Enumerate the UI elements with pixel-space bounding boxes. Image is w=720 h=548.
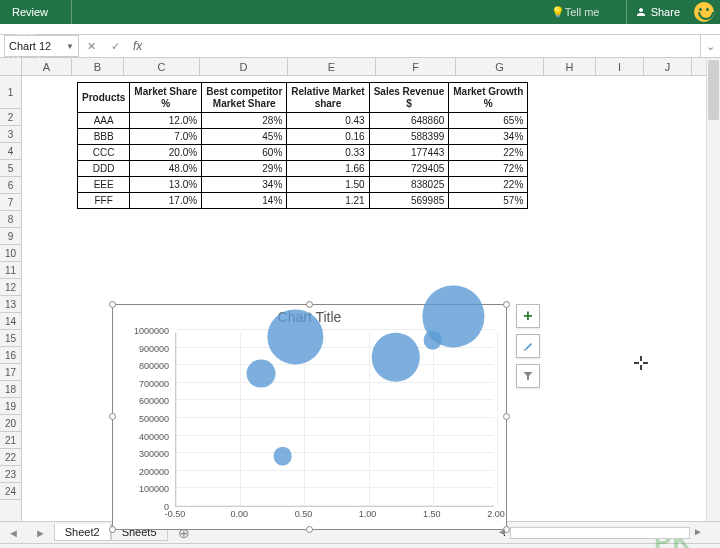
row-header[interactable]: 2 — [0, 109, 21, 126]
table-cell[interactable]: 65% — [449, 113, 528, 129]
bubble-point[interactable] — [423, 330, 442, 349]
row-header[interactable]: 7 — [0, 194, 21, 211]
table-cell[interactable]: 7.0% — [130, 129, 202, 145]
row-header[interactable]: 13 — [0, 296, 21, 313]
table-row[interactable]: FFF17.0%14%1.2156998557% — [78, 193, 528, 209]
row-header[interactable]: 8 — [0, 211, 21, 228]
data-table[interactable]: ProductsMarket Share%Best competitorMark… — [77, 82, 528, 209]
table-header[interactable]: Products — [78, 83, 130, 113]
col-header[interactable]: F — [376, 58, 456, 75]
table-cell[interactable]: 0.16 — [287, 129, 369, 145]
row-header[interactable]: 4 — [0, 143, 21, 160]
row-headers[interactable]: 123456789101112131415161718192021222324 — [0, 76, 22, 521]
table-cell[interactable]: BBB — [78, 129, 130, 145]
accept-formula-icon[interactable]: ✓ — [103, 40, 127, 53]
tell-me[interactable]: 💡 — [545, 0, 627, 24]
table-cell[interactable]: 45% — [202, 129, 287, 145]
col-header[interactable]: A — [22, 58, 72, 75]
row-header[interactable]: 10 — [0, 245, 21, 262]
table-header[interactable]: Market Growth% — [449, 83, 528, 113]
table-cell[interactable]: 0.43 — [287, 113, 369, 129]
expand-formula-bar-icon[interactable]: ⌄ — [700, 35, 720, 57]
row-header[interactable]: 1 — [0, 76, 21, 109]
bubble-point[interactable] — [371, 333, 419, 381]
resize-handle[interactable] — [109, 526, 116, 533]
table-row[interactable]: BBB7.0%45%0.1658839934% — [78, 129, 528, 145]
col-header[interactable]: I — [596, 58, 644, 75]
table-cell[interactable]: 14% — [202, 193, 287, 209]
col-header[interactable]: B — [72, 58, 124, 75]
col-header[interactable]: C — [124, 58, 200, 75]
table-cell[interactable]: 177443 — [369, 145, 449, 161]
row-header[interactable]: 21 — [0, 432, 21, 449]
table-row[interactable]: CCC20.0%60%0.3317744322% — [78, 145, 528, 161]
table-cell[interactable]: 34% — [202, 177, 287, 193]
chevron-down-icon[interactable]: ▼ — [66, 42, 74, 51]
table-header[interactable]: Sales Revenue$ — [369, 83, 449, 113]
table-cell[interactable]: CCC — [78, 145, 130, 161]
table-cell[interactable]: AAA — [78, 113, 130, 129]
chart[interactable]: Chart Title 0100000200000300000400000500… — [112, 304, 507, 530]
table-cell[interactable]: 17.0% — [130, 193, 202, 209]
table-cell[interactable]: 28% — [202, 113, 287, 129]
resize-handle[interactable] — [306, 526, 313, 533]
tell-me-input[interactable] — [565, 6, 620, 18]
row-header[interactable]: 19 — [0, 398, 21, 415]
table-cell[interactable]: 48.0% — [130, 161, 202, 177]
table-header[interactable]: Best competitorMarket Share — [202, 83, 287, 113]
table-cell[interactable]: 838025 — [369, 177, 449, 193]
table-cell[interactable]: 22% — [449, 145, 528, 161]
table-cell[interactable]: 569985 — [369, 193, 449, 209]
col-header[interactable]: G — [456, 58, 544, 75]
select-all-corner[interactable] — [0, 58, 22, 76]
row-header[interactable]: 3 — [0, 126, 21, 143]
scroll-thumb[interactable] — [708, 60, 719, 120]
row-header[interactable]: 11 — [0, 262, 21, 279]
table-cell[interactable]: 13.0% — [130, 177, 202, 193]
table-header[interactable]: Relative Marketshare — [287, 83, 369, 113]
table-cell[interactable]: 648860 — [369, 113, 449, 129]
row-header[interactable]: 16 — [0, 347, 21, 364]
fx-icon[interactable]: fx — [127, 39, 148, 53]
bubble-point[interactable] — [273, 447, 292, 466]
sheet-tab-active[interactable]: Sheet2 — [54, 524, 111, 541]
row-header[interactable]: 14 — [0, 313, 21, 330]
worksheet-grid[interactable]: ABCDEFGHIJ 12345678910111213141516171819… — [0, 58, 720, 521]
table-header[interactable]: Market Share% — [130, 83, 202, 113]
share-button[interactable]: Share — [627, 6, 688, 18]
table-cell[interactable]: 1.21 — [287, 193, 369, 209]
table-cell[interactable]: 29% — [202, 161, 287, 177]
table-cell[interactable]: 588399 — [369, 129, 449, 145]
col-header[interactable]: E — [288, 58, 376, 75]
feedback-smile-icon[interactable] — [694, 2, 714, 22]
table-cell[interactable]: EEE — [78, 177, 130, 193]
table-cell[interactable]: 1.66 — [287, 161, 369, 177]
resize-handle[interactable] — [109, 301, 116, 308]
row-header[interactable]: 20 — [0, 415, 21, 432]
table-cell[interactable]: 20.0% — [130, 145, 202, 161]
row-header[interactable]: 23 — [0, 466, 21, 483]
horizontal-scrollbar[interactable] — [510, 527, 690, 539]
sheet-nav-next-icon[interactable]: ► — [27, 527, 54, 539]
table-cell[interactable]: 34% — [449, 129, 528, 145]
table-cell[interactable]: 12.0% — [130, 113, 202, 129]
chart-elements-button[interactable]: + — [516, 304, 540, 328]
resize-handle[interactable] — [306, 301, 313, 308]
col-header[interactable]: H — [544, 58, 596, 75]
row-header[interactable]: 6 — [0, 177, 21, 194]
row-header[interactable]: 18 — [0, 381, 21, 398]
col-header[interactable]: J — [644, 58, 692, 75]
formula-input[interactable] — [148, 36, 700, 56]
ribbon-tab-review[interactable]: Review — [6, 0, 72, 24]
vertical-scrollbar[interactable] — [706, 58, 720, 521]
plot-area[interactable] — [175, 333, 494, 507]
bubble-point[interactable] — [268, 309, 323, 364]
chart-styles-button[interactable] — [516, 334, 540, 358]
row-header[interactable]: 17 — [0, 364, 21, 381]
chart-filter-button[interactable] — [516, 364, 540, 388]
table-row[interactable]: EEE13.0%34%1.5083802522% — [78, 177, 528, 193]
row-header[interactable]: 12 — [0, 279, 21, 296]
row-header[interactable]: 9 — [0, 228, 21, 245]
cancel-formula-icon[interactable]: ✕ — [79, 40, 103, 53]
col-header[interactable]: D — [200, 58, 288, 75]
